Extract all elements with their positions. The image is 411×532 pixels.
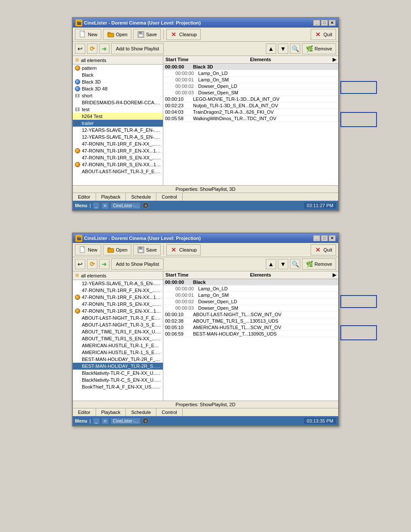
playlist-row[interactable]: 00:05:58 WalkingWithDinos_TLR...TDC_INT_…	[163, 115, 338, 122]
list-item[interactable]: 47-RONIN_TLR-1RR_S_EN-XX_...130816_UDS	[73, 301, 163, 308]
playlist-row[interactable]: 00:04:03 TrainDragon2_TLR-A-3...626_FKI_…	[163, 109, 338, 115]
minimize-btn-1[interactable]: _	[313, 20, 320, 26]
tab-control-2[interactable]: Control	[156, 408, 182, 416]
save-button-1[interactable]: Save	[133, 29, 161, 40]
quit-button-1[interactable]: ✕ Quit	[311, 29, 336, 40]
playlist-row[interactable]: 00:00:00 Black 3D	[163, 64, 338, 70]
tab-playback-1[interactable]: Playback	[96, 193, 126, 201]
taskbar-minimize-1[interactable]: _	[93, 202, 100, 209]
tab-control-1[interactable]: Control	[156, 193, 182, 201]
down-btn-1[interactable]: ▼	[278, 44, 288, 54]
close-btn-2[interactable]: ✕	[329, 235, 336, 241]
taskbar-winlist-2[interactable]: ≡	[102, 418, 109, 424]
elements-list-1[interactable]: pattern Black Black 3D Black 3D 48 🎞 sho…	[73, 65, 163, 185]
list-item[interactable]: BEST-MAN-HOLIDAY_TLR-2R_F_...130905_UDS	[73, 356, 163, 363]
tab-editor-2[interactable]: Editor	[73, 408, 96, 416]
playlist-row[interactable]: 00:02:23 Nutjob_TLR-1-3D_S_EN...DLA_INT_…	[163, 103, 338, 109]
new-button-2[interactable]: New	[75, 244, 101, 255]
new-button-1[interactable]: New	[75, 29, 101, 40]
playlist-row[interactable]: 00:00:10 LEGO-MOVIE_TLR-1-3D...DLA_INT_O…	[163, 96, 338, 103]
list-item[interactable]: 12-YEARS-SLAVE_TLR-A_S_EN-...717_DLA_OV	[73, 134, 163, 140]
playlist-subrow[interactable]: 00:00:02 Dowser_Open_LD	[163, 299, 338, 305]
cinelister-taskbtn-1[interactable]: CineLister -...	[111, 202, 140, 209]
list-item[interactable]: ABOUT-LAST-NIGHT_TLR-3_F_E...SCW_INT_OV	[73, 168, 163, 175]
list-item[interactable]: 47-RONIN_TLR-1RR_S_EN-XX...16_UDS_I3D	[73, 308, 163, 314]
playlist-subrow[interactable]: 00:00:02 Dowser_Open_LD	[163, 83, 338, 90]
list-item[interactable]: AMERICAN-HUSTLE_TLR-1_F_EN...SCW_INT_OV	[73, 342, 163, 349]
list-item[interactable]: BEST-MAN-HOLIDAY_TLR-2R_S...130905_UDS	[73, 363, 163, 370]
list-item[interactable]: 🎞 trailer	[73, 120, 163, 127]
minimize-btn-2[interactable]: _	[313, 235, 320, 241]
list-item[interactable]: 47-RONIN_TLR-1RR_S_EN-XX_...130816_UDS	[73, 154, 163, 161]
forward-btn-2[interactable]: ➜	[99, 259, 109, 269]
list-item[interactable]: BRIDESMAIDS-R4-DOREMI-CCA...017_DLA_OV	[73, 99, 163, 106]
playlist-subrow[interactable]: 00:00:01 Lamp_On_SM	[163, 77, 338, 83]
list-item[interactable]: 🎞 test	[73, 106, 163, 113]
playlist-row[interactable]: 00:05:10 AMERICAN-HUSTLE_TL...SCW_INT_OV	[163, 324, 338, 331]
up-btn-1[interactable]: ▲	[266, 44, 276, 54]
cleanup-button-2[interactable]: ✕ Cleanup	[166, 244, 201, 255]
remove-btn-1[interactable]: 🌿 Remove	[302, 43, 336, 54]
list-item[interactable]: 47-RONIN_TLR-1RR_F_EN-XX_...130816_UDS	[73, 287, 163, 294]
open-button-1[interactable]: Open	[103, 29, 131, 40]
add-playlist-btn-2[interactable]: Add to Show Playlist	[111, 258, 164, 270]
list-item[interactable]: AMERICAN-HUSTLE_TLR-1_S_E...SCW_INT_OV	[73, 349, 163, 356]
list-item[interactable]: h264 Test	[73, 113, 163, 120]
list-item[interactable]: Black	[73, 72, 163, 78]
tab-editor-1[interactable]: Editor	[73, 193, 96, 201]
back-btn-2[interactable]: ↩	[75, 259, 85, 269]
playlist-subrow[interactable]: 00:00:00 Lamp_On_LD	[163, 70, 338, 77]
remove-btn-2[interactable]: 🌿 Remove	[302, 258, 336, 270]
taskbar-winlist-1[interactable]: ≡	[102, 202, 109, 209]
forward-btn-1[interactable]: ➜	[99, 44, 109, 54]
list-item[interactable]: 47-RONIN_TLR-1RR_S_EN-XX...16_UDS_I3D	[73, 161, 163, 168]
list-item[interactable]: Black 3D 48	[73, 85, 163, 92]
playlist-row[interactable]: 00:00:00 Black	[163, 279, 338, 286]
cinelister-taskbtn-2[interactable]: CineLister -...	[111, 418, 140, 424]
list-item[interactable]: ABOUT_TIME_TLR1_S_EN-XX_...130513_UDS	[73, 335, 163, 342]
save-button-2[interactable]: Save	[133, 244, 161, 255]
playlist-table-2[interactable]: 00:00:00 Black 00:00:00 Lamp_On_LD 00:00…	[163, 279, 338, 401]
list-item[interactable]: 47-RONIN_TLR-1RR_F_EN-XX_...130816_UDS	[73, 140, 163, 147]
list-item[interactable]: pattern	[73, 65, 163, 72]
search-btn-1[interactable]: 🔍	[290, 44, 300, 54]
menu-btn-1[interactable]: Menu	[75, 203, 87, 208]
list-item[interactable]: 47-RONIN_TLR-1RR_F_EN-XX...16_UDS_I3D	[73, 294, 163, 301]
refresh-btn-2[interactable]: ⟳	[87, 259, 97, 269]
maximize-btn-1[interactable]: □	[321, 20, 328, 26]
tab-schedule-1[interactable]: Schedule	[126, 193, 156, 201]
list-item[interactable]: 12-YEARS-SLAVE_TLR-A_F_EN-...717_DLA_OV	[73, 127, 163, 134]
cleanup-button-1[interactable]: ✕ Cleanup	[166, 29, 201, 40]
back-btn-1[interactable]: ↩	[75, 44, 85, 54]
up-btn-2[interactable]: ▲	[266, 259, 276, 269]
playlist-row[interactable]: 00:02:38 ABOUT_TIME_TLR1_S_...130513_UDS	[163, 318, 338, 324]
elements-list-2[interactable]: 12-YEARS-SLAVE_TLR-A_S_EN-...717_DLA_OV …	[73, 280, 163, 401]
quit-button-2[interactable]: ✕ Quit	[311, 244, 336, 255]
menu-btn-2[interactable]: Menu	[75, 418, 87, 423]
tab-schedule-2[interactable]: Schedule	[126, 408, 156, 416]
list-item[interactable]: BlackNativity-TLR-C_F_EN-XX_U...130919_F…	[73, 370, 163, 376]
playlist-row[interactable]: 00:06:59 BEST-MAN-HOLIDAY_T...130905_UDS	[163, 331, 338, 337]
playlist-subrow[interactable]: 00:00:03 Dowser_Open_SM	[163, 305, 338, 311]
taskbar-minimize-2[interactable]: _	[93, 418, 100, 424]
tab-playback-2[interactable]: Playback	[96, 408, 126, 416]
playlist-subrow[interactable]: 00:00:03 Dowser_Open_SM	[163, 90, 338, 96]
list-item[interactable]: 47-RONIN_TLR-1RR_F_EN-XX...16_UDS_I3D	[73, 147, 163, 154]
list-item[interactable]: BlackNativity-TLR-C_S_EN-XX_U...130919_F…	[73, 376, 163, 383]
playlist-table-1[interactable]: 00:00:00 Black 3D 00:00:00 Lamp_On_LD 00…	[163, 64, 338, 185]
list-item[interactable]: ABOUT_TIME_TLR1_F_EN-XX_U...130513_UDS	[73, 328, 163, 335]
refresh-btn-1[interactable]: ⟳	[87, 44, 97, 54]
search-btn-2[interactable]: 🔍	[290, 259, 300, 269]
down-btn-2[interactable]: ▼	[278, 259, 288, 269]
playlist-row[interactable]: 00:00:10 ABOUT-LAST-NIGHT_TL...SCW_INT_O…	[163, 311, 338, 318]
list-item[interactable]: Black 3D	[73, 78, 163, 85]
list-item[interactable]: 12-YEARS-SLAVE_TLR-A_S_EN-...717_DLA_OV	[73, 280, 163, 287]
list-item[interactable]: BookThief_TLR-A_F_EN-XX_US...TDC_INT_OV	[73, 383, 163, 390]
list-item[interactable]: ABOUT-LAST-NIGHT_TLR-3_S_E...SCW_INT_OV	[73, 321, 163, 328]
playlist-subrow[interactable]: 00:00:00 Lamp_On_LD	[163, 286, 338, 292]
close-btn-1[interactable]: ✕	[329, 20, 336, 26]
add-playlist-btn-1[interactable]: Add to Show Playlist	[111, 43, 164, 54]
list-item[interactable]: 🎞 short	[73, 92, 163, 99]
list-item[interactable]: ABOUT-LAST-NIGHT_TLR-3_F_E...SCW_INT_OV	[73, 314, 163, 321]
maximize-btn-2[interactable]: □	[321, 235, 328, 241]
